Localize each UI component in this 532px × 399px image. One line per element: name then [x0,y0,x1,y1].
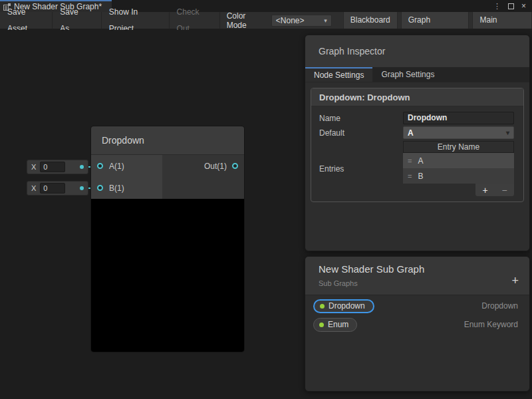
axis-label: X [31,163,36,171]
color-mode-value: <None> [276,16,305,25]
node-settings-section: Dropdown: Dropdown Name Dropdown Default… [311,88,524,202]
blackboard-item-pill-dropdown[interactable]: Dropdown [313,299,374,313]
value-port-dot[interactable] [80,186,84,190]
inline-value-b: X 0 [27,181,88,196]
entries-field-row: Entries Entry Name = A = B [319,141,514,196]
axis-label: X [31,184,36,192]
blackboard-item-name: Enum [328,320,348,329]
graph-inspector-toggle-button[interactable]: Graph Inspector [401,12,469,29]
blackboard-item-pill-enum[interactable]: Enum [313,318,357,332]
tab-graph-settings[interactable]: Graph Settings [372,67,443,82]
section-body: Name Dropdown Default A ▾ Entries Entry [311,106,523,201]
name-field-row: Name Dropdown [319,112,514,124]
dropdown-node[interactable]: Dropdown A(1) B(1) Out(1) [91,126,244,352]
remove-entry-button[interactable]: − [501,185,507,196]
drag-handle-icon[interactable]: = [408,172,412,180]
node-title: Dropdown [102,135,144,146]
node-title-bar[interactable]: Dropdown [91,126,244,155]
maximize-icon[interactable] [508,3,514,9]
input-port-row-b: B(1) [91,177,162,199]
chevron-down-icon: ▾ [324,17,327,24]
output-port-row: Out(1) [162,155,244,177]
keyword-dot-icon [320,304,325,309]
node-port-area: A(1) B(1) Out(1) [91,155,244,199]
chevron-down-icon: ▾ [506,129,509,136]
keyword-dot-icon [319,323,324,327]
default-label: Default [319,128,403,138]
graph-inspector-panel: Graph Inspector Node Settings Graph Sett… [305,35,530,251]
blackboard-subtitle: Sub Graphs [319,279,519,287]
tab-node-settings[interactable]: Node Settings [305,67,372,82]
blackboard-row-dropdown: Dropdown Dropdown [305,297,529,315]
graph-inspector-header[interactable]: Graph Inspector [305,35,529,67]
graph-canvas[interactable]: X 0 X 0 Dropdown A(1) [0,30,532,399]
entries-column-header: Entry Name [403,141,514,153]
input-port-a-label: A(1) [109,162,124,171]
entries-footer: + − [403,184,514,196]
graph-toolbar: Save Asset Save As... Show In Project Ch… [0,12,532,29]
window-controls: ⋮ × [493,0,532,12]
entry-row-a[interactable]: = A [403,153,514,168]
entries-footer-buttons: + − [475,184,514,196]
entries-label: Entries [319,164,403,174]
blackboard-rows: Dropdown Dropdown Enum Enum Keyword [305,295,529,334]
blackboard-title: New Shader Sub Graph [319,263,519,275]
blackboard-toggle-button[interactable]: Blackboard [343,12,398,29]
add-property-button[interactable]: + [511,275,519,287]
kebab-menu-icon[interactable]: ⋮ [493,2,501,11]
default-dropdown[interactable]: A ▾ [403,126,514,139]
value-input[interactable]: 0 [40,183,65,194]
inline-value-a: X 0 [27,160,88,174]
section-title: Dropdown: Dropdown [311,88,523,106]
node-preview [91,199,244,352]
blackboard-item-name: Dropdown [329,301,365,311]
entry-name: B [418,172,423,181]
drag-handle-icon[interactable]: = [408,157,412,165]
node-output-column: Out(1) [162,155,244,199]
value-input[interactable]: 0 [40,162,65,172]
value-port-dot[interactable] [80,165,84,169]
color-mode-dropdown[interactable]: <None> ▾ [271,15,332,27]
default-field-row: Default A ▾ [319,126,514,139]
input-port-b[interactable] [97,185,103,191]
entry-name: A [418,156,423,166]
close-icon[interactable]: × [521,1,526,11]
shader-graph-window: New Shader Sub Graph* ⋮ × Save Asset Sav… [0,0,532,399]
blackboard-item-type: Dropdown [481,301,518,311]
name-input[interactable]: Dropdown [403,112,514,124]
color-mode-label: Color Mode [220,11,271,30]
entry-row-b[interactable]: = B [403,168,514,184]
input-port-b-label: B(1) [109,184,124,193]
node-input-column: A(1) B(1) [91,155,162,199]
output-port-out[interactable] [232,163,238,169]
entries-list: Entry Name = A = B + [403,141,514,196]
name-label: Name [319,114,403,123]
blackboard-panel: New Shader Sub Graph Sub Graphs + Dropdo… [305,256,530,392]
blackboard-header[interactable]: New Shader Sub Graph Sub Graphs + [305,257,529,295]
blackboard-row-enum: Enum Enum Keyword [305,315,529,334]
blackboard-item-type: Enum Keyword [464,320,518,329]
input-port-row-a: A(1) [91,155,162,177]
input-port-a[interactable] [97,163,103,169]
inspector-tab-bar: Node Settings Graph Settings [305,67,529,82]
output-port-label: Out(1) [204,162,227,171]
add-entry-button[interactable]: + [482,185,487,196]
default-dropdown-value: A [408,128,414,138]
main-preview-toggle-button[interactable]: Main Preview [472,12,532,29]
graph-inspector-title: Graph Inspector [319,46,385,57]
